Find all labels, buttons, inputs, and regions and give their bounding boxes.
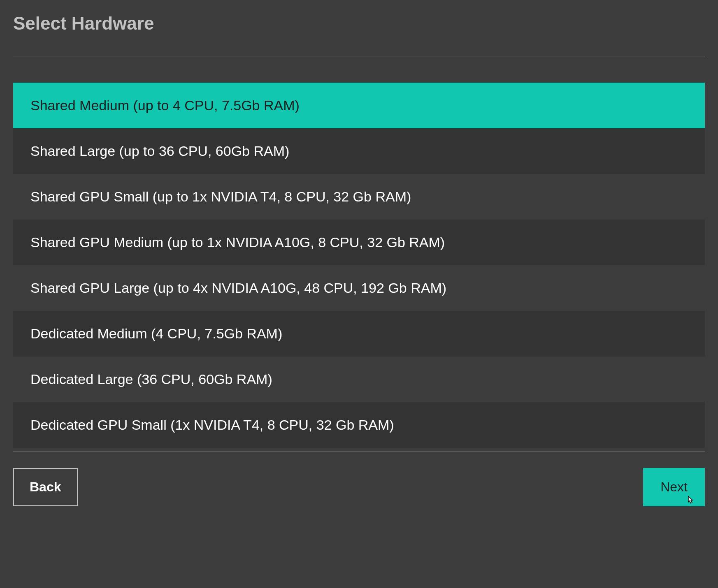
option-label: Shared Large (up to 36 CPU, 60Gb RAM): [30, 143, 289, 159]
hardware-option-shared-gpu-large[interactable]: Shared GPU Large (up to 4x NVIDIA A10G, …: [13, 265, 705, 311]
option-label: Dedicated Large (36 CPU, 60Gb RAM): [30, 371, 272, 387]
next-button[interactable]: Next: [643, 468, 705, 506]
option-label: Shared GPU Large (up to 4x NVIDIA A10G, …: [30, 280, 446, 296]
hardware-option-dedicated-gpu-small[interactable]: Dedicated GPU Small (1x NVIDIA T4, 8 CPU…: [13, 402, 705, 448]
header-divider: [13, 56, 705, 56]
option-label: Shared GPU Medium (up to 1x NVIDIA A10G,…: [30, 234, 445, 250]
hardware-option-dedicated-large[interactable]: Dedicated Large (36 CPU, 60Gb RAM): [13, 357, 705, 402]
hardware-option-shared-large[interactable]: Shared Large (up to 36 CPU, 60Gb RAM): [13, 128, 705, 174]
option-label: Dedicated Medium (4 CPU, 7.5Gb RAM): [30, 326, 282, 341]
back-button[interactable]: Back: [13, 468, 78, 506]
hardware-option-shared-gpu-small[interactable]: Shared GPU Small (up to 1x NVIDIA T4, 8 …: [13, 174, 705, 220]
hardware-option-shared-gpu-medium[interactable]: Shared GPU Medium (up to 1x NVIDIA A10G,…: [13, 220, 705, 265]
hardware-option-shared-medium[interactable]: Shared Medium (up to 4 CPU, 7.5Gb RAM): [13, 83, 705, 128]
button-row: Back Next: [13, 468, 705, 506]
option-label: Shared Medium (up to 4 CPU, 7.5Gb RAM): [30, 97, 300, 113]
option-label: Dedicated GPU Small (1x NVIDIA T4, 8 CPU…: [30, 417, 394, 433]
footer-divider: [13, 451, 705, 451]
option-label: Shared GPU Small (up to 1x NVIDIA T4, 8 …: [30, 189, 411, 204]
hardware-option-dedicated-medium[interactable]: Dedicated Medium (4 CPU, 7.5Gb RAM): [13, 311, 705, 357]
page-title: Select Hardware: [13, 13, 705, 34]
hardware-option-list: Shared Medium (up to 4 CPU, 7.5Gb RAM) S…: [13, 83, 705, 448]
